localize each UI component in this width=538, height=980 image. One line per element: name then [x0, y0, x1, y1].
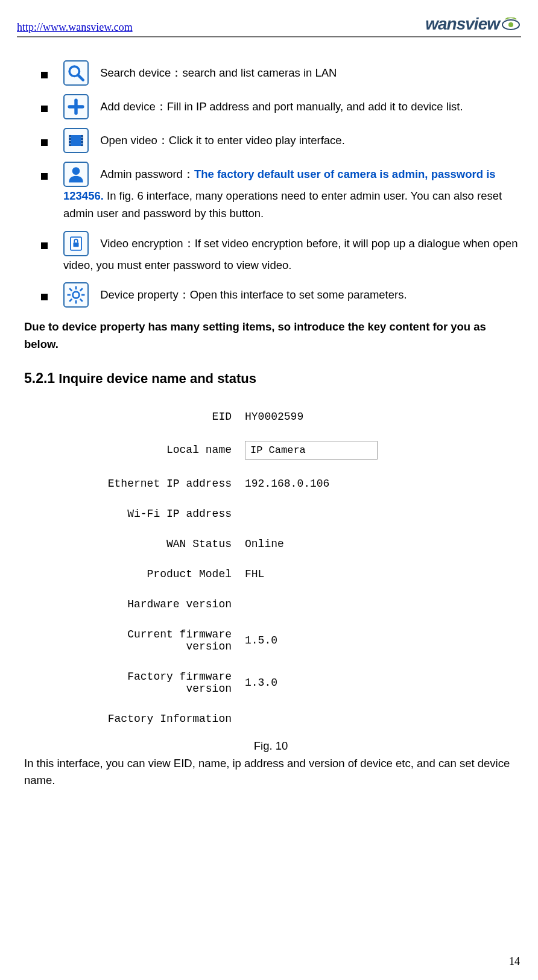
bullet-marker	[41, 294, 48, 300]
encryption-icon	[63, 231, 89, 256]
prop-label: Factory Information	[93, 713, 245, 725]
device-properties-table: EID HY0002599 Local name Ethernet IP add…	[93, 411, 521, 725]
prop-label: Ethernet IP address	[93, 478, 245, 490]
local-name-input[interactable]	[245, 441, 378, 460]
prop-label: Local name	[93, 444, 245, 456]
bullet-add: Add device：Fill in IP address and port m…	[21, 94, 521, 119]
logo-eye-icon	[501, 17, 521, 31]
prop-row-wan: WAN Status Online	[93, 538, 521, 550]
prop-row-model: Product Model FHL	[93, 568, 521, 580]
prop-row-wifiip: Wi-Fi IP address	[93, 508, 521, 520]
prop-value-facfw: 1.3.0	[245, 677, 521, 689]
body-paragraph: In this interface, you can view EID, nam…	[21, 755, 521, 789]
svg-point-11	[69, 144, 71, 145]
svg-line-24	[80, 299, 83, 302]
bullet-text-cont: In fig. 6 interface, many operations nee…	[63, 189, 502, 220]
prop-label: Factory firmware version	[93, 671, 245, 695]
svg-rect-17	[73, 242, 78, 247]
prop-row-eid: EID HY0002599	[93, 411, 521, 423]
bullet-search: Search device：search and list cameras in…	[21, 60, 521, 86]
prop-value-wan: Online	[245, 538, 521, 550]
section-heading: 5.2.1 Inquire device name and status	[21, 370, 521, 387]
prop-row-hwver: Hardware version	[93, 598, 521, 610]
section-note: Due to device property has many setting …	[21, 318, 521, 353]
svg-line-3	[78, 75, 83, 80]
prop-label: Product Model	[93, 568, 245, 580]
svg-line-26	[69, 299, 72, 302]
property-icon	[63, 282, 89, 308]
bullet-marker	[41, 72, 48, 78]
prop-row-curfw: Current firmware version 1.5.0	[93, 628, 521, 653]
prop-label: EID	[93, 411, 245, 423]
svg-line-23	[69, 288, 72, 291]
bullet-marker	[41, 139, 48, 146]
bullet-label: Device property：	[100, 288, 190, 301]
svg-point-15	[72, 167, 80, 175]
svg-point-13	[81, 140, 83, 141]
svg-point-14	[81, 144, 83, 145]
page-number: 14	[509, 955, 520, 968]
header-rule	[17, 36, 521, 37]
prop-label: WAN Status	[93, 538, 245, 550]
bullet-text: Fill in IP address and port manually, an…	[167, 100, 463, 113]
icon-bullet-list: Search device：search and list cameras in…	[21, 60, 521, 308]
svg-point-12	[81, 137, 83, 138]
search-icon	[63, 60, 89, 86]
prop-value-curfw: 1.5.0	[245, 634, 521, 646]
bullet-marker	[41, 173, 48, 180]
prop-label: Wi-Fi IP address	[93, 508, 245, 520]
prop-row-facinfo: Factory Information	[93, 713, 521, 725]
bullet-text: Open this interface to set some paramete…	[190, 288, 407, 301]
bullet-admin: Admin password：The factory default user …	[21, 162, 521, 223]
svg-point-18	[73, 292, 80, 299]
prop-row-ethip: Ethernet IP address 192.168.0.106	[93, 478, 521, 490]
logo-text: wansview	[425, 14, 499, 34]
prop-row-facfw: Factory firmware version 1.3.0	[93, 671, 521, 695]
prop-value-model: FHL	[245, 568, 521, 580]
prop-label: Hardware version	[93, 598, 245, 610]
video-icon	[63, 128, 89, 153]
bullet-label: Add device：	[100, 100, 167, 113]
bullet-marker	[41, 106, 48, 112]
svg-point-10	[69, 140, 71, 141]
section-num: 5.2.1	[24, 370, 55, 386]
bullet-text: search and list cameras in LAN	[182, 66, 337, 79]
svg-line-25	[80, 288, 83, 291]
svg-point-1	[508, 22, 513, 27]
bullet-marker	[41, 242, 48, 249]
bullet-video: Open video：Click it to enter video play …	[21, 128, 521, 153]
bullet-label: Search device：	[100, 66, 182, 79]
prop-row-localname: Local name	[93, 441, 521, 460]
bullet-encryption: Video encryption：If set video encryption…	[21, 231, 521, 274]
figure-caption: Fig. 10	[21, 739, 521, 753]
prop-value-ethip: 192.168.0.106	[245, 478, 521, 490]
prop-label: Current firmware version	[93, 628, 245, 653]
section-title: Inquire device name and status	[55, 371, 256, 386]
add-icon	[63, 94, 89, 119]
prop-value-eid: HY0002599	[245, 411, 521, 423]
bullet-text: Click it to enter video play interface.	[169, 134, 345, 147]
bullet-label: Open video：	[100, 134, 169, 147]
admin-icon	[63, 162, 89, 187]
bullet-label: Video encryption：	[100, 237, 194, 250]
bullet-label: Admin password：	[100, 168, 194, 180]
bullet-property: Device property：Open this interface to s…	[21, 282, 521, 308]
header-url[interactable]: http://www.wansview.com	[17, 21, 133, 34]
svg-point-9	[69, 137, 71, 138]
logo: wansview	[425, 14, 521, 34]
